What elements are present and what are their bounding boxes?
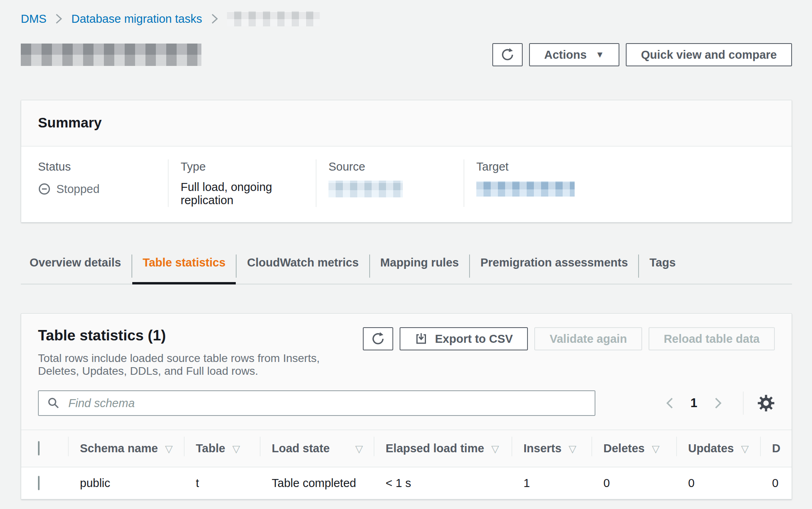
breadcrumb-link-dms[interactable]: DMS <box>21 12 46 26</box>
cell-elapsed-load-time: < 1 s <box>374 467 511 499</box>
table-statistics-actions: Export to CSV Validate again Reload tabl… <box>363 327 775 350</box>
tab-mapping-rules[interactable]: Mapping rules <box>370 253 470 284</box>
sort-icon: ▽ <box>569 443 576 454</box>
toolbar-divider <box>743 392 744 415</box>
redacted-task-name-crumb <box>227 11 320 26</box>
current-page-number[interactable]: 1 <box>691 396 697 410</box>
status-label: Status <box>38 160 156 173</box>
task-detail-tabs: Overview details Table statistics CloudW… <box>21 253 792 284</box>
column-header-ddls-clipped[interactable]: D <box>760 430 792 467</box>
previous-page-button[interactable] <box>661 394 679 412</box>
table-header-row: Schema name▽ Table▽ Load state▽ Elapsed … <box>21 430 792 467</box>
quick-view-label: Quick view and compare <box>641 48 777 62</box>
table-statistics-table: Schema name▽ Table▽ Load state▽ Elapsed … <box>21 429 792 499</box>
cell-deletes: 0 <box>591 467 676 499</box>
breadcrumb: DMS Database migration tasks <box>21 10 792 28</box>
download-icon <box>415 332 428 345</box>
pagination: 1 <box>661 392 775 415</box>
export-to-csv-label: Export to CSV <box>435 332 513 346</box>
type-value: Full load, ongoing replication <box>181 181 304 207</box>
tab-tags[interactable]: Tags <box>639 253 686 284</box>
cell-load-state: Table completed <box>260 467 374 499</box>
table-statistics-title: Table statistics (1) <box>38 327 363 344</box>
select-all-checkbox[interactable] <box>38 441 40 455</box>
dms-task-page: DMS Database migration tasks Actions <box>0 0 812 499</box>
table-row: public t Table completed < 1 s 1 0 0 0 <box>21 467 792 499</box>
next-page-button[interactable] <box>709 394 727 412</box>
reload-table-data-label: Reload table data <box>664 332 760 346</box>
column-header-updates[interactable]: Updates▽ <box>676 430 760 467</box>
page-title-row: Actions ▼ Quick view and compare <box>21 43 792 66</box>
sort-icon: ▽ <box>233 443 240 454</box>
chevron-right-icon <box>210 13 219 25</box>
tab-overview-details[interactable]: Overview details <box>21 253 131 284</box>
export-to-csv-button[interactable]: Export to CSV <box>400 327 528 350</box>
target-label: Target <box>476 160 780 173</box>
sort-icon: ▽ <box>652 443 659 454</box>
table-statistics-panel: Table statistics (1) Total rows include … <box>21 313 792 499</box>
cell-schema-name: public <box>68 467 184 499</box>
gear-icon <box>757 394 775 412</box>
actions-label: Actions <box>544 48 587 62</box>
cell-updates: 0 <box>676 467 760 499</box>
tab-cloudwatch-metrics[interactable]: CloudWatch metrics <box>237 253 369 284</box>
cell-table: t <box>184 467 260 499</box>
column-header-table[interactable]: Table▽ <box>184 430 260 467</box>
type-label: Type <box>181 160 304 173</box>
summary-title: Summary <box>38 115 775 131</box>
summary-header: Summary <box>21 100 792 147</box>
summary-type-field: Type Full load, ongoing replication <box>168 159 316 207</box>
column-header-load-state[interactable]: Load state▽ <box>260 430 374 467</box>
validate-again-button[interactable]: Validate again <box>534 327 642 350</box>
tab-premigration-assessments[interactable]: Premigration assessments <box>470 253 638 284</box>
actions-dropdown-button[interactable]: Actions ▼ <box>529 43 619 66</box>
chevron-down-icon: ▼ <box>595 50 604 60</box>
status-value: Stopped <box>56 183 100 196</box>
chevron-right-icon <box>54 13 63 25</box>
refresh-icon <box>501 48 514 62</box>
summary-source-field: Source <box>316 159 464 207</box>
table-statistics-heading: Table statistics (1) Total rows include … <box>38 327 363 378</box>
sort-icon: ▽ <box>741 443 748 454</box>
column-header-schema-name[interactable]: Schema name▽ <box>68 430 184 467</box>
quick-view-compare-button[interactable]: Quick view and compare <box>626 43 792 66</box>
summary-panel: Summary Status Stopped Type Full load, <box>21 100 792 223</box>
sort-icon: ▽ <box>165 443 173 454</box>
stopped-status-icon <box>38 183 51 195</box>
cell-inserts: 1 <box>511 467 591 499</box>
table-statistics-description: Total rows include loaded source table r… <box>38 352 363 378</box>
redacted-page-title <box>21 44 201 66</box>
validate-again-label: Validate again <box>549 332 627 346</box>
refresh-icon <box>371 332 385 346</box>
search-icon <box>47 396 60 412</box>
breadcrumb-link-tasks[interactable]: Database migration tasks <box>71 12 202 26</box>
cell-ddls-clipped: 0 <box>760 467 792 499</box>
sort-icon: ▽ <box>355 443 363 454</box>
redacted-target-endpoint <box>476 181 575 197</box>
sort-icon: ▽ <box>492 443 499 454</box>
column-header-deletes[interactable]: Deletes▽ <box>591 430 676 467</box>
column-header-elapsed-load-time[interactable]: Elapsed load time▽ <box>374 430 511 467</box>
summary-status-field: Status Stopped <box>21 159 168 207</box>
summary-fields: Status Stopped Type Full load, ongoing r… <box>21 147 792 222</box>
page-actions: Actions ▼ Quick view and compare <box>492 43 792 66</box>
table-settings-button[interactable] <box>757 394 775 412</box>
chevron-left-icon <box>665 396 675 410</box>
table-refresh-button[interactable] <box>363 327 393 350</box>
row-checkbox[interactable] <box>38 476 40 490</box>
refresh-button[interactable] <box>492 43 523 66</box>
column-header-inserts[interactable]: Inserts▽ <box>511 430 591 467</box>
source-label: Source <box>328 160 452 173</box>
tab-table-statistics[interactable]: Table statistics <box>132 253 236 284</box>
chevron-right-icon <box>713 396 723 410</box>
schema-search <box>38 390 595 416</box>
find-schema-input[interactable] <box>38 390 595 416</box>
reload-table-data-button[interactable]: Reload table data <box>649 327 775 350</box>
summary-target-field: Target <box>464 159 792 207</box>
redacted-source-endpoint <box>328 181 403 197</box>
